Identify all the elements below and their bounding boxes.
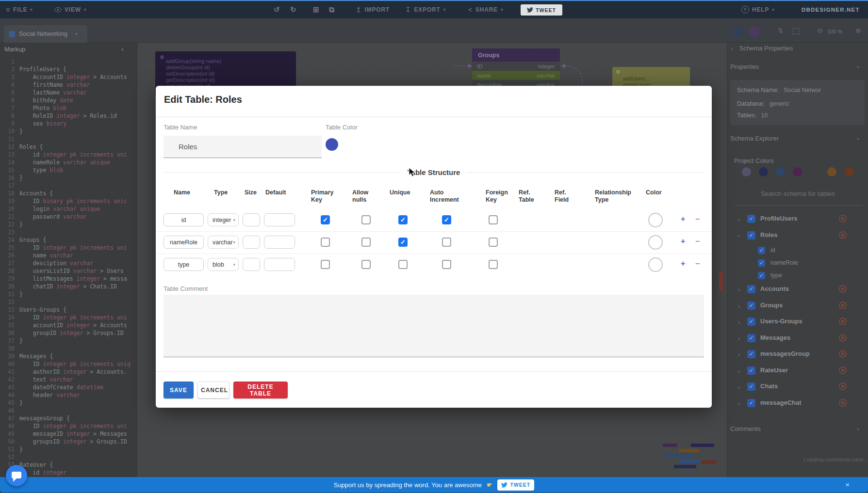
delete-table-button[interactable]: DELETE TABLE	[233, 382, 288, 398]
tree-item-groups[interactable]: ›✓Groups	[727, 300, 868, 313]
tree-checkbox[interactable]: ✓	[747, 399, 755, 407]
tree-item-messagesgroup[interactable]: ›✓messagesGroup	[727, 349, 868, 361]
column-color-picker[interactable]	[648, 213, 663, 227]
tree-checkbox[interactable]: ✓	[747, 350, 755, 358]
unique-checkbox[interactable]	[398, 260, 408, 269]
code-line[interactable]: 36 groupID integer > Groups.ID	[0, 329, 137, 337]
table-row[interactable]: IDinteger	[472, 62, 560, 71]
primary-key-checkbox[interactable]	[321, 260, 330, 269]
tree-checkbox[interactable]: ✓	[747, 302, 755, 310]
code-line[interactable]: 18Accounts {	[0, 190, 137, 197]
chevron-down-icon[interactable]: ▾	[75, 32, 78, 36]
tree-checkbox[interactable]: ✓	[758, 247, 765, 254]
tree-child-id[interactable]: ✓id	[727, 246, 868, 256]
code-line[interactable]: 27 desciption varchar	[0, 259, 137, 267]
fit-to-screen-icon[interactable]	[793, 28, 799, 34]
tree-child-namerole[interactable]: ✓nameRole	[727, 258, 868, 269]
code-line[interactable]: 32	[0, 298, 137, 306]
code-line[interactable]: 4 firstName varchar	[0, 81, 137, 89]
table-groups-header[interactable]: Groups	[472, 48, 560, 62]
add-column-button[interactable]: +	[681, 259, 685, 268]
code-line[interactable]: 43 dateOfCreate datetime	[0, 383, 137, 391]
export-menu[interactable]: ↧ EXPORT ▾	[405, 1, 446, 18]
code-line[interactable]: 25 ID integer pk increments uni	[0, 244, 137, 252]
code-line[interactable]: 33Users-Groups {	[0, 306, 137, 314]
code-line[interactable]: 2ProfileUsers {	[0, 65, 137, 73]
code-line[interactable]: 38	[0, 345, 137, 352]
primary-key-checkbox[interactable]	[321, 238, 330, 247]
markup-code-editor[interactable]: 12ProfileUsers {3 AccountID integer > Ac…	[0, 58, 137, 477]
code-line[interactable]: 34 ID integer pk increments uni	[0, 314, 137, 321]
focus-table-icon[interactable]	[839, 285, 847, 293]
code-line[interactable]: 13 id integer pk increments uni	[0, 151, 137, 159]
tree-item-roles[interactable]: ›✓Roles	[727, 230, 868, 242]
project-color-swatch[interactable]	[827, 167, 836, 176]
tree-checkbox[interactable]: ✓	[758, 259, 765, 267]
code-line[interactable]: 42 text varchar	[0, 376, 137, 383]
code-line[interactable]: 37}	[0, 337, 137, 345]
code-line[interactable]: 46	[0, 407, 137, 414]
allow-nulls-checkbox[interactable]	[361, 238, 371, 247]
tweet-button-banner[interactable]: TWEET	[497, 479, 534, 491]
code-line[interactable]: 44 header varchar	[0, 391, 137, 399]
table-groups[interactable]: Groups IDintegernamevarchardesciptionvar…	[472, 48, 560, 89]
comments-section-header[interactable]: Comments ⌄	[730, 424, 865, 433]
column-type-select[interactable]: integer▾	[208, 213, 239, 226]
undo-button[interactable]: ↺	[274, 1, 280, 18]
code-line[interactable]: 21 password varchar	[0, 213, 137, 221]
allow-nulls-checkbox[interactable]	[361, 260, 371, 269]
code-line[interactable]: 40 ID integer pk increments uniq	[0, 360, 137, 368]
tree-checkbox[interactable]: ✓	[747, 334, 755, 342]
tree-checkbox[interactable]: ✓	[747, 285, 755, 293]
column-default-input[interactable]	[264, 236, 295, 249]
remove-column-button[interactable]: −	[695, 215, 700, 223]
code-line[interactable]: 1	[0, 58, 137, 65]
collaborator-avatar[interactable]	[749, 26, 760, 37]
tree-checkbox[interactable]: ✓	[747, 318, 755, 326]
zoom-in-icon[interactable]: ⊕	[855, 27, 861, 34]
tree-checkbox[interactable]: ✓	[747, 382, 755, 391]
table-color-picker[interactable]	[326, 138, 338, 151]
column-size-input[interactable]	[243, 213, 260, 226]
tree-child-type[interactable]: ✓type	[727, 271, 868, 282]
column-name-input[interactable]	[164, 213, 204, 226]
project-color-swatch[interactable]	[742, 167, 751, 176]
file-menu[interactable]: ≡ FILE ▾	[6, 1, 33, 18]
code-line[interactable]: 20 login varchar unique	[0, 205, 137, 213]
collapse-panel-icon[interactable]: ‹	[121, 45, 124, 53]
tree-item-chats[interactable]: ›✓Chats	[727, 381, 868, 394]
focus-table-icon[interactable]	[839, 215, 847, 223]
column-name-input[interactable]	[164, 236, 204, 249]
tree-item-messagechat[interactable]: ›✓messageChat	[727, 398, 868, 410]
close-banner-icon[interactable]: ×	[845, 480, 850, 489]
code-line[interactable]: 31}	[0, 290, 137, 298]
cancel-button[interactable]: CANCEL	[197, 382, 229, 398]
code-line[interactable]: 22}	[0, 221, 137, 228]
column-size-input[interactable]	[243, 236, 260, 249]
code-line[interactable]: 7 Photo blob	[0, 104, 137, 112]
tweet-button-topbar[interactable]: TWEET	[521, 4, 562, 16]
tree-checkbox[interactable]: ✓	[747, 231, 755, 239]
help-menu[interactable]: ? HELP ▾	[741, 1, 775, 18]
code-line[interactable]: 11	[0, 135, 137, 143]
code-line[interactable]: 16}	[0, 174, 137, 182]
tab-social-networking[interactable]: Social Networking ▾	[4, 25, 87, 43]
foreign-key-checkbox[interactable]	[489, 260, 498, 269]
column-default-input[interactable]	[264, 213, 295, 226]
code-line[interactable]: 10}	[0, 127, 137, 135]
focus-table-icon[interactable]	[839, 302, 847, 309]
code-line[interactable]: 35 accountID integer > Accounts	[0, 321, 137, 329]
column-size-input[interactable]	[243, 258, 260, 271]
sidebar-collapse-header[interactable]: › Schema Properties	[731, 44, 793, 52]
focus-table-icon[interactable]	[839, 334, 847, 342]
add-note-button[interactable]: ⧉	[329, 1, 335, 18]
tree-checkbox[interactable]: ✓	[747, 215, 755, 223]
table-comment-input[interactable]	[164, 295, 704, 357]
code-line[interactable]: 17	[0, 182, 137, 190]
code-line[interactable]: 19 ID binary pk increments unic	[0, 197, 137, 205]
column-name-input[interactable]	[164, 258, 204, 271]
chat-launcher-button[interactable]	[6, 465, 27, 486]
add-column-button[interactable]: +	[681, 237, 685, 246]
code-line[interactable]: 26 name varchar	[0, 252, 137, 259]
chevron-right-icon[interactable]: ›	[738, 351, 740, 358]
